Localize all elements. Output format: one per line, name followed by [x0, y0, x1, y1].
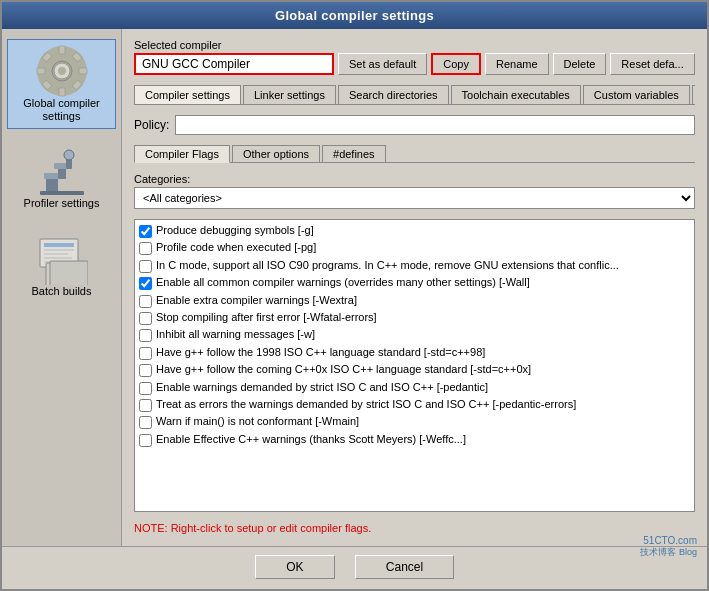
sidebar-item-global-compiler-label: Global compiler settings: [23, 97, 99, 123]
flag-text: Treat as errors the warnings demanded by…: [156, 397, 576, 412]
svg-rect-18: [40, 191, 84, 195]
flag-item: Enable warnings demanded by strict ISO C…: [135, 379, 694, 396]
main-window: Global compiler settings: [0, 0, 709, 591]
flag-item: In C mode, support all ISO C90 programs.…: [135, 257, 694, 274]
svg-point-17: [64, 150, 74, 160]
flag-checkbox[interactable]: [139, 277, 152, 290]
tab-compiler-settings[interactable]: Compiler settings: [134, 85, 241, 105]
svg-point-11: [58, 67, 66, 75]
sidebar: Global compiler settings Profiler settin…: [2, 29, 122, 546]
flag-checkbox[interactable]: [139, 434, 152, 447]
flag-text: Profile code when executed [-pg]: [156, 240, 316, 255]
svg-rect-26: [50, 261, 88, 285]
svg-rect-23: [44, 257, 72, 259]
sidebar-item-profiler[interactable]: Profiler settings: [7, 139, 116, 216]
flag-item: Enable all common compiler warnings (ove…: [135, 274, 694, 291]
svg-rect-2: [59, 46, 65, 54]
inner-tab-other-options[interactable]: Other options: [232, 145, 320, 162]
flag-checkbox[interactable]: [139, 347, 152, 360]
copy-button[interactable]: Copy: [431, 53, 481, 75]
tab-search-directories[interactable]: Search directories: [338, 85, 449, 104]
policy-label: Policy:: [134, 118, 169, 132]
flag-checkbox[interactable]: [139, 225, 152, 238]
svg-rect-20: [44, 243, 74, 247]
selected-compiler-section: Selected compiler Set as default Copy Re…: [134, 39, 695, 75]
categories-select[interactable]: <All categories>: [134, 187, 695, 209]
flag-item: Profile code when executed [-pg]: [135, 239, 694, 256]
flag-text: Enable extra compiler warnings [-Wextra]: [156, 293, 357, 308]
policy-row: Policy:: [134, 115, 695, 135]
flag-text: Enable Effective C++ warnings (thanks Sc…: [156, 432, 466, 447]
flag-checkbox[interactable]: [139, 312, 152, 325]
flag-item: Inhibit all warning messages [-w]: [135, 326, 694, 343]
sidebar-item-batch-builds-label: Batch builds: [32, 285, 92, 298]
title-bar: Global compiler settings: [2, 2, 707, 29]
set-default-button[interactable]: Set as default: [338, 53, 427, 75]
flag-checkbox[interactable]: [139, 416, 152, 429]
categories-label: Categories:: [134, 173, 695, 185]
flag-text: Warn if main() is not conformant [-Wmain…: [156, 414, 359, 429]
flag-text: Produce debugging symbols [-g]: [156, 223, 314, 238]
flag-item: Treat as errors the warnings demanded by…: [135, 396, 694, 413]
categories-section: Categories: <All categories>: [134, 173, 695, 209]
inner-tab-compiler-flags[interactable]: Compiler Flags: [134, 145, 230, 163]
flag-item: Have g++ follow the 1998 ISO C++ languag…: [135, 344, 694, 361]
flags-list: Produce debugging symbols [-g]Profile co…: [134, 219, 695, 512]
gear-icon: [36, 45, 88, 97]
profiler-icon: [36, 145, 88, 197]
watermark: 51CTO.com技术博客 Blog: [640, 535, 697, 559]
ok-button[interactable]: OK: [255, 555, 335, 579]
tab-linker-settings[interactable]: Linker settings: [243, 85, 336, 104]
flag-text: Enable warnings demanded by strict ISO C…: [156, 380, 488, 395]
selected-compiler-label: Selected compiler: [134, 39, 695, 51]
svg-rect-15: [54, 163, 68, 169]
flag-text: Stop compiling after first error [-Wfata…: [156, 310, 377, 325]
flag-checkbox[interactable]: [139, 399, 152, 412]
flag-item: Produce debugging symbols [-g]: [135, 222, 694, 239]
flag-text: Have g++ follow the coming C++0x ISO C++…: [156, 362, 531, 377]
window-title: Global compiler settings: [275, 8, 434, 23]
note-bar: NOTE: Right-click to setup or edit compi…: [134, 518, 695, 536]
svg-rect-5: [79, 68, 87, 74]
tab-build[interactable]: Bu...: [692, 85, 695, 104]
delete-button[interactable]: Delete: [553, 53, 607, 75]
flag-item: Have g++ follow the coming C++0x ISO C++…: [135, 361, 694, 378]
rename-button[interactable]: Rename: [485, 53, 549, 75]
flag-item: Stop compiling after first error [-Wfata…: [135, 309, 694, 326]
inner-tab-defines[interactable]: #defines: [322, 145, 386, 162]
svg-rect-22: [44, 253, 68, 255]
flag-checkbox[interactable]: [139, 364, 152, 377]
flag-checkbox[interactable]: [139, 329, 152, 342]
svg-rect-21: [44, 249, 74, 251]
flag-checkbox[interactable]: [139, 295, 152, 308]
tab-toolchain-executables[interactable]: Toolchain executables: [451, 85, 581, 104]
flag-item: Enable Effective C++ warnings (thanks Sc…: [135, 431, 694, 448]
flag-text: In C mode, support all ISO C90 programs.…: [156, 258, 619, 273]
right-panel: Selected compiler Set as default Copy Re…: [122, 29, 707, 546]
sidebar-item-batch-builds[interactable]: Batch builds: [7, 227, 116, 304]
bottom-buttons: OK Cancel: [2, 546, 707, 589]
flag-checkbox[interactable]: [139, 382, 152, 395]
flag-checkbox[interactable]: [139, 260, 152, 273]
flag-text: Have g++ follow the 1998 ISO C++ languag…: [156, 345, 485, 360]
flag-text: Inhibit all warning messages [-w]: [156, 327, 315, 342]
flag-item: Enable extra compiler warnings [-Wextra]: [135, 292, 694, 309]
compiler-input[interactable]: [134, 53, 334, 75]
reset-default-button[interactable]: Reset defa...: [610, 53, 694, 75]
cancel-button[interactable]: Cancel: [355, 555, 454, 579]
main-tabs-row: Compiler settings Linker settings Search…: [134, 85, 695, 105]
svg-rect-3: [59, 88, 65, 96]
svg-rect-4: [37, 68, 45, 74]
inner-tabs-row: Compiler Flags Other options #defines: [134, 145, 695, 163]
tab-custom-variables[interactable]: Custom variables: [583, 85, 690, 104]
batch-icon: [36, 233, 88, 285]
svg-rect-13: [44, 173, 60, 179]
policy-input[interactable]: [175, 115, 695, 135]
sidebar-item-profiler-label: Profiler settings: [24, 197, 100, 210]
flag-checkbox[interactable]: [139, 242, 152, 255]
flag-text: Enable all common compiler warnings (ove…: [156, 275, 530, 290]
sidebar-item-global-compiler[interactable]: Global compiler settings: [7, 39, 116, 129]
flag-item: Warn if main() is not conformant [-Wmain…: [135, 413, 694, 430]
